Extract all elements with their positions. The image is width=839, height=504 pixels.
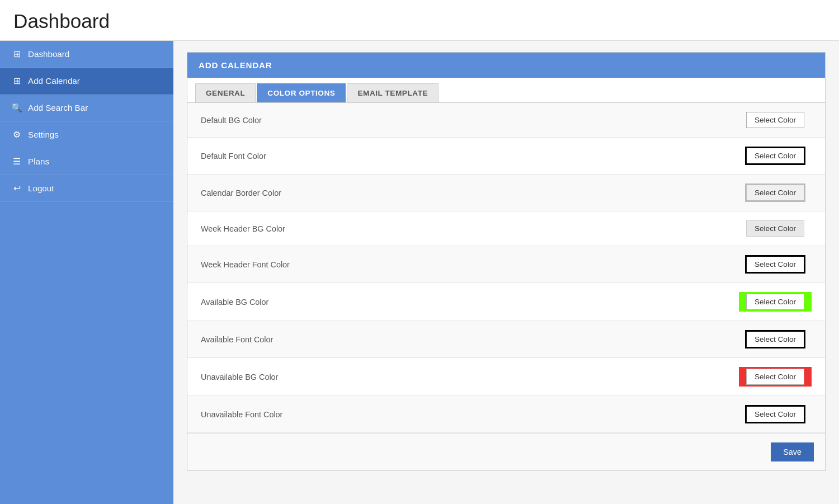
color-select-button-default-font[interactable]: Select Color: [745, 147, 805, 165]
color-label-unavailable-bg: Unavailable BG Color: [201, 373, 739, 381]
add-search-bar-icon: 🔍: [11, 102, 22, 113]
sidebar-item-logout[interactable]: ↩Logout: [0, 175, 173, 202]
card-header: ADD CALENDAR: [187, 53, 825, 78]
color-btn-wrap-calendar-border: Select Color: [739, 183, 812, 202]
card-footer: Save: [187, 433, 825, 470]
sidebar-item-label-plans: Plans: [28, 157, 49, 166]
color-label-unavailable-font: Unavailable Font Color: [201, 410, 739, 419]
color-row-calendar-border: Calendar Border ColorSelect Color: [187, 175, 825, 211]
sidebar: ⊞Dashboard⊞Add Calendar🔍Add Search Bar⚙S…: [0, 41, 173, 504]
color-label-default-font: Default Font Color: [201, 152, 739, 161]
color-select-button-available-bg[interactable]: Select Color: [746, 294, 804, 310]
sidebar-item-add-search-bar[interactable]: 🔍Add Search Bar: [0, 95, 173, 121]
color-select-button-unavailable-bg[interactable]: Select Color: [746, 369, 804, 385]
tab-email-template[interactable]: EMAIL TEMPLATE: [347, 83, 439, 102]
color-select-button-available-font[interactable]: Select Color: [745, 330, 805, 348]
logout-icon: ↩: [11, 183, 22, 194]
color-row-default-font: Default Font ColorSelect Color: [187, 138, 825, 175]
color-btn-wrap-unavailable-font: Select Color: [739, 405, 812, 423]
tab-color-options[interactable]: COLOR OPTIONS: [257, 83, 346, 102]
color-rows: Default BG ColorSelect ColorDefault Font…: [187, 103, 825, 433]
page-title: Dashboard: [0, 0, 839, 41]
card: ADD CALENDAR GENERALCOLOR OPTIONSEMAIL T…: [187, 52, 826, 471]
color-btn-wrap-available-bg: Select Color: [739, 292, 812, 312]
sidebar-item-dashboard[interactable]: ⊞Dashboard: [0, 41, 173, 68]
color-btn-wrap-week-header-font: Select Color: [739, 255, 812, 274]
color-select-button-default-bg[interactable]: Select Color: [746, 112, 804, 128]
sidebar-item-settings[interactable]: ⚙Settings: [0, 121, 173, 148]
color-select-button-week-header-font[interactable]: Select Color: [745, 255, 805, 274]
color-select-button-week-header-bg[interactable]: Select Color: [746, 220, 804, 237]
color-btn-wrap-default-bg: Select Color: [739, 112, 812, 128]
color-label-available-bg: Available BG Color: [201, 298, 739, 307]
sidebar-item-add-calendar[interactable]: ⊞Add Calendar: [0, 68, 173, 95]
dashboard-icon: ⊞: [11, 49, 22, 59]
sidebar-item-label-add-search-bar: Add Search Bar: [28, 103, 88, 112]
sidebar-item-plans[interactable]: ☰Plans: [0, 148, 173, 175]
color-row-unavailable-font: Unavailable Font ColorSelect Color: [187, 396, 825, 433]
color-btn-wrap-unavailable-bg: Select Color: [739, 367, 812, 387]
main-content: ADD CALENDAR GENERALCOLOR OPTIONSEMAIL T…: [173, 41, 839, 504]
sidebar-item-label-dashboard: Dashboard: [28, 49, 69, 59]
sidebar-item-label-logout: Logout: [28, 183, 54, 193]
color-label-week-header-font: Week Header Font Color: [201, 260, 739, 269]
color-row-week-header-bg: Week Header BG ColorSelect Color: [187, 211, 825, 246]
settings-icon: ⚙: [11, 129, 22, 140]
color-label-default-bg: Default BG Color: [201, 116, 739, 125]
color-row-unavailable-bg: Unavailable BG ColorSelect Color: [187, 358, 825, 396]
color-select-button-calendar-border[interactable]: Select Color: [745, 183, 805, 202]
color-btn-wrap-available-font: Select Color: [739, 330, 812, 348]
sidebar-item-label-add-calendar: Add Calendar: [28, 76, 80, 86]
color-btn-wrap-default-font: Select Color: [739, 147, 812, 165]
color-label-calendar-border: Calendar Border Color: [201, 189, 739, 197]
color-row-available-bg: Available BG ColorSelect Color: [187, 283, 825, 321]
color-row-default-bg: Default BG ColorSelect Color: [187, 103, 825, 138]
sidebar-item-label-settings: Settings: [28, 130, 59, 139]
add-calendar-icon: ⊞: [11, 76, 22, 86]
layout: ⊞Dashboard⊞Add Calendar🔍Add Search Bar⚙S…: [0, 41, 839, 504]
color-select-button-unavailable-font[interactable]: Select Color: [745, 405, 805, 423]
color-label-week-header-bg: Week Header BG Color: [201, 224, 739, 233]
color-row-available-font: Available Font ColorSelect Color: [187, 321, 825, 358]
plans-icon: ☰: [11, 156, 22, 167]
save-button[interactable]: Save: [771, 442, 814, 461]
color-label-available-font: Available Font Color: [201, 335, 739, 344]
tab-general[interactable]: GENERAL: [195, 83, 256, 102]
tabs-bar: GENERALCOLOR OPTIONSEMAIL TEMPLATE: [187, 78, 825, 103]
color-btn-wrap-week-header-bg: Select Color: [739, 220, 812, 237]
color-row-week-header-font: Week Header Font ColorSelect Color: [187, 246, 825, 283]
